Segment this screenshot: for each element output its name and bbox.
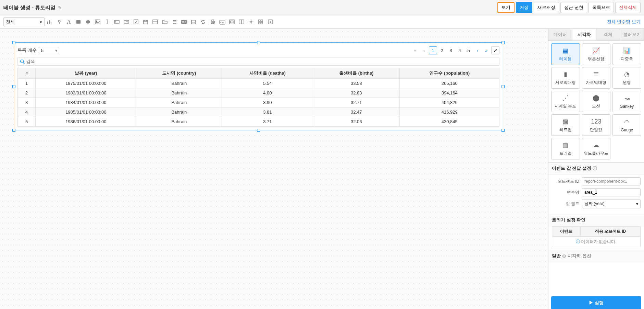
map-icon[interactable]: [56, 19, 62, 25]
viz-type-treemap[interactable]: ▦트리맵: [551, 138, 580, 159]
import-icon[interactable]: [267, 19, 273, 25]
table-row[interactable]: 41985/01/01 00:00:00Bahrain3.8132.47416,…: [18, 107, 499, 117]
viz-type-hbar[interactable]: ☰가로막대형: [582, 67, 611, 89]
edit-title-icon[interactable]: ✎: [58, 5, 62, 10]
svg-point-2: [86, 20, 90, 24]
tab-load[interactable]: 불러오기: [620, 29, 644, 40]
view-button[interactable]: 보기: [497, 2, 515, 13]
panel-icon[interactable]: [238, 19, 245, 25]
input-icon[interactable]: [104, 19, 110, 25]
list-count-label: 목록 개수: [17, 47, 37, 53]
gear-icon[interactable]: ⚙: [562, 254, 566, 259]
container-icon[interactable]: [229, 19, 235, 25]
table-row[interactable]: 21983/01/01 00:00:00Bahrain4.0032.83394,…: [18, 88, 499, 98]
svg-point-0: [58, 20, 60, 22]
viz-type-pie[interactable]: ◔원형: [612, 67, 641, 89]
circle-icon[interactable]: [85, 19, 91, 25]
col-country[interactable]: 도시명 (country): [136, 68, 222, 79]
side-tabs: 데이터 시각화 객체 불러오기: [548, 29, 644, 41]
value-field-select[interactable]: 날짜 (year) ▾: [582, 199, 641, 208]
viz-type-vbar[interactable]: ▮세로막대형: [551, 67, 580, 89]
svg-point-4: [96, 21, 97, 22]
tag-icon[interactable]: TAG: [181, 19, 187, 25]
resize-handle[interactable]: [12, 129, 15, 132]
viz-type-line[interactable]: 📈꺾은선형: [582, 43, 611, 65]
html-icon[interactable]: HTML: [219, 19, 225, 25]
tab-object[interactable]: 객체: [596, 29, 620, 40]
chevron-down-icon: ▾: [636, 202, 638, 206]
col-year[interactable]: 날짜 (year): [36, 68, 136, 79]
info-icon: ⓘ: [576, 239, 580, 245]
canvas-area[interactable]: 목록 개수 5 « ‹ 1 2 3 4 5 › » ⤢: [0, 29, 548, 309]
print-icon[interactable]: [210, 19, 216, 25]
help-icon[interactable]: ⓘ: [593, 165, 597, 171]
rect-icon[interactable]: [75, 19, 82, 25]
tab-viz[interactable]: 시각화: [572, 29, 596, 40]
refresh-calendar-icon[interactable]: [190, 19, 197, 25]
list-icon[interactable]: [171, 19, 177, 25]
filter-value: 전체: [6, 19, 15, 25]
resize-handle[interactable]: [501, 85, 505, 88]
table-row[interactable]: 11975/01/01 00:00:00Bahrain5.5433.58265,…: [18, 79, 499, 88]
page-2[interactable]: 2: [438, 46, 446, 54]
col-index[interactable]: #: [18, 68, 36, 79]
list-count-select[interactable]: 5: [39, 47, 59, 54]
col-deaths[interactable]: 사망비율 (deaths): [222, 68, 313, 79]
dropdown-icon[interactable]: [123, 19, 129, 25]
grid-icon[interactable]: [258, 19, 264, 25]
table-row[interactable]: 31984/01/01 00:00:00Bahrain3.9032.71404,…: [18, 98, 499, 107]
resize-handle[interactable]: [501, 129, 505, 132]
to-list-button[interactable]: 목록으로: [589, 2, 614, 13]
resize-handle[interactable]: [257, 41, 260, 44]
checkbox-icon[interactable]: [133, 19, 139, 25]
resize-handle[interactable]: [12, 41, 15, 44]
search-box[interactable]: [17, 57, 499, 66]
page-5[interactable]: 5: [465, 46, 473, 54]
viz-type-cloud[interactable]: ☁워드클라우드: [582, 138, 611, 159]
col-pop[interactable]: 인구수 (population): [400, 68, 499, 79]
var-name-input[interactable]: [582, 188, 641, 196]
motion-icon: ⬤: [592, 94, 600, 102]
run-button[interactable]: ▶ 실행: [551, 296, 641, 309]
save-button[interactable]: 저장: [516, 2, 532, 13]
resize-handle[interactable]: [257, 129, 260, 132]
table-component[interactable]: 목록 개수 5 « ‹ 1 2 3 4 5 › » ⤢: [14, 42, 503, 130]
table-row[interactable]: 51986/01/01 00:00:00Bahrain3.7132.06430,…: [18, 117, 499, 127]
viz-label: 히트맵: [559, 127, 572, 133]
search-input[interactable]: [26, 59, 497, 64]
viz-type-123[interactable]: 123단일값: [582, 114, 611, 136]
resize-handle[interactable]: [501, 41, 505, 44]
page-last-icon[interactable]: »: [482, 46, 491, 54]
viz-type-motion[interactable]: ⬤모션: [582, 91, 611, 112]
image-icon[interactable]: [95, 19, 101, 25]
viz-type-scatter[interactable]: ⋰시계열 분포: [551, 91, 580, 112]
window-icon[interactable]: [152, 19, 158, 25]
page-3[interactable]: 3: [447, 46, 455, 54]
viz-type-gauge[interactable]: ◠Gauge: [612, 114, 641, 136]
page-4[interactable]: 4: [456, 46, 464, 54]
folder-icon[interactable]: [162, 19, 168, 25]
viz-type-heatmap[interactable]: ▩히트맵: [551, 114, 580, 136]
crosshair-icon[interactable]: [248, 19, 254, 25]
text-icon[interactable]: A: [66, 19, 72, 25]
viz-type-multiaxis[interactable]: 📊다중축: [612, 43, 641, 65]
expand-icon[interactable]: ⤢: [491, 46, 499, 54]
resize-handle[interactable]: [12, 85, 15, 88]
page-1[interactable]: 1: [429, 46, 437, 54]
page-next-icon[interactable]: ›: [473, 46, 482, 54]
calendar-icon[interactable]: [143, 19, 149, 25]
delete-all-button[interactable]: 전체삭제: [615, 2, 641, 13]
viz-type-sankey[interactable]: ↝Sankey: [612, 91, 641, 112]
tab-data[interactable]: 데이터: [548, 29, 572, 40]
sync-icon[interactable]: [200, 19, 206, 25]
page-first-icon[interactable]: «: [411, 46, 419, 54]
filter-select[interactable]: 전체 ▾: [3, 17, 45, 26]
page-prev-icon[interactable]: ‹: [420, 46, 428, 54]
textbox-icon[interactable]: [114, 19, 120, 25]
all-vars-link[interactable]: 전체 변수명 보기: [607, 19, 641, 25]
col-births[interactable]: 출생비율 (births): [313, 68, 400, 79]
bar-chart-icon[interactable]: [47, 19, 53, 25]
permission-button[interactable]: 접근 권한: [560, 2, 587, 13]
viz-type-table[interactable]: ▦테이블: [551, 43, 580, 65]
save-as-button[interactable]: 새로저장: [534, 2, 559, 13]
